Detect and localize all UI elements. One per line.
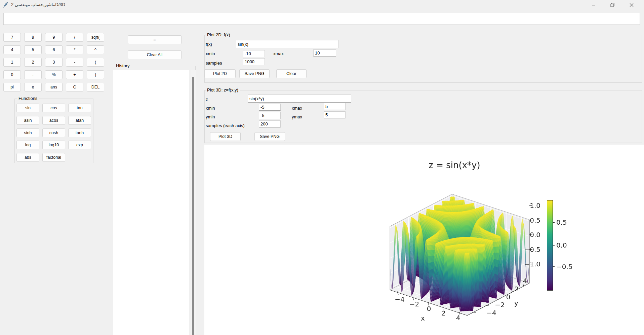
window-title: ماشین‌حساب مهندسی 2D/3D (11, 2, 65, 7)
colorbar-tick-label: 0.5 (556, 218, 576, 226)
y-axis-label: y (514, 299, 518, 307)
fn-key-sinh[interactable]: sinh (16, 128, 39, 137)
plot2d-samples-input[interactable] (243, 58, 265, 65)
plot2d-button-plot-2d[interactable]: Plot 2D (204, 69, 236, 78)
history-scrollbar-thumb[interactable] (192, 77, 194, 335)
calc-key-pi[interactable]: pi (3, 83, 21, 91)
z-input[interactable] (248, 95, 351, 103)
calc-key-2[interactable]: 2 (24, 58, 42, 67)
calc-key-C[interactable]: C (66, 83, 83, 91)
z-label: z= (206, 97, 210, 102)
calc-key--[interactable]: - (66, 58, 83, 67)
calc-key-8[interactable]: 8 (24, 33, 42, 42)
calc-key-3[interactable]: 3 (45, 58, 63, 67)
equals-button[interactable]: = (128, 35, 182, 44)
calc-key-7[interactable]: 7 (3, 33, 21, 42)
plot3d-ymin-label: ymin (206, 114, 215, 119)
fn-key-log[interactable]: log (16, 141, 39, 149)
plot3d-xmax-label: xmax (292, 106, 302, 111)
fn-key-cos[interactable]: cos (42, 104, 65, 112)
colorbar-tick (553, 266, 555, 267)
z-tick-label: −0.5 (520, 246, 540, 254)
fn-key-exp[interactable]: exp (68, 141, 91, 149)
functions-frame-label: Functions (17, 96, 39, 101)
plot2d-samples-label: samples (206, 61, 222, 66)
fn-key-cosh[interactable]: cosh (42, 128, 65, 137)
fn-key-tanh[interactable]: tanh (68, 128, 91, 137)
minimize-button[interactable] (586, 0, 601, 10)
plot3d-samples-input[interactable] (259, 120, 281, 127)
app-window: ماشین‌حساب مهندسی 2D/3D = Clear All Hist… (0, 0, 644, 335)
calc-key-^[interactable]: ^ (87, 45, 104, 54)
restore-icon (610, 3, 615, 7)
z-tick-label: 0.5 (520, 216, 540, 224)
clear-all-button[interactable]: Clear All (128, 50, 182, 59)
calc-key-4[interactable]: 4 (3, 45, 21, 54)
colorbar-tick (553, 245, 555, 246)
plot2d-xmax-input[interactable] (313, 49, 336, 57)
fn-key-tan[interactable]: tan (68, 104, 91, 112)
calc-key-1[interactable]: 1 (3, 58, 21, 67)
fn-key-acos[interactable]: acos (42, 116, 65, 125)
fn-key-factorial[interactable]: factorial (42, 153, 65, 162)
plot3d-button-plot-3d[interactable]: Plot 3D (210, 132, 241, 141)
history-frame-label: History (115, 63, 131, 68)
calc-key-6[interactable]: 6 (45, 45, 63, 54)
calc-key-+[interactable]: + (66, 70, 83, 79)
restore-button[interactable] (605, 0, 620, 10)
calc-key-5[interactable]: 5 (24, 45, 42, 54)
app-feather-icon (3, 2, 8, 8)
fn-key-atan[interactable]: atan (68, 116, 91, 125)
calc-key-DEL[interactable]: DEL (87, 83, 104, 91)
x-tick-label: 0 (427, 305, 431, 313)
calc-key-e[interactable]: e (24, 83, 42, 91)
history-listbox[interactable] (113, 70, 189, 335)
calc-key-.[interactable]: . (24, 70, 42, 79)
plot-title: z = sin(x*y) (429, 160, 480, 170)
calc-key-0[interactable]: 0 (3, 70, 21, 79)
y-tick-label: 4 (523, 277, 527, 285)
fn-key-asin[interactable]: asin (16, 116, 39, 125)
calc-key-%[interactable]: % (45, 70, 63, 79)
calc-key-([interactable]: ( (87, 58, 104, 67)
fn-key-sin[interactable]: sin (16, 104, 39, 112)
z-tick-label: 0.0 (520, 231, 540, 239)
calc-key-sqrt([interactable]: sqrt( (87, 33, 104, 42)
plot2d-button-clear[interactable]: Clear (276, 69, 307, 78)
x-axis-label: x (421, 314, 425, 322)
close-button[interactable] (624, 0, 639, 10)
fx-label: f(x)= (206, 42, 214, 47)
y-tick-label: −2 (495, 301, 505, 309)
minimize-icon (591, 3, 596, 7)
y-tick-label: 2 (515, 285, 519, 293)
fx-input[interactable] (236, 40, 338, 48)
plot2d-frame-label: Plot 2D: f(x) (206, 32, 232, 37)
plot2d-xmax-label: xmax (273, 51, 284, 56)
y-tick-label: 0 (506, 293, 511, 301)
calc-key-)[interactable]: ) (87, 70, 104, 79)
plot3d-frame-label: Plot 3D: z=f(x,y) (206, 87, 240, 92)
plot3d-ymax-input[interactable] (324, 111, 346, 118)
fn-key-abs[interactable]: abs (16, 153, 39, 162)
plot2d-xmin-input[interactable] (243, 50, 265, 57)
x-tick-label: 4 (456, 314, 460, 322)
plot3d-button-save-png[interactable]: Save PNG (254, 132, 285, 141)
plot-canvas-area (204, 145, 644, 335)
plot2d-button-save-png[interactable]: Save PNG (239, 69, 270, 78)
plot3d-ymin-input[interactable] (259, 112, 281, 119)
expression-input[interactable] (3, 13, 640, 25)
close-icon (629, 3, 634, 7)
calc-key-*[interactable]: * (66, 45, 83, 54)
fn-key-log10[interactable]: log10 (42, 141, 65, 149)
calc-key-ans[interactable]: ans (45, 83, 63, 91)
calc-key-9[interactable]: 9 (45, 33, 63, 42)
calc-key-/[interactable]: / (66, 33, 83, 42)
x-tick-label: −2 (409, 300, 419, 308)
plot3d-xmin-input[interactable] (259, 104, 281, 111)
plot3d-xmax-input[interactable] (324, 103, 346, 110)
plot3d-samples-label: samples (each axis) (206, 123, 245, 128)
colorbar-tick-label: −0.5 (556, 263, 576, 271)
z-tick-label: 1.0 (520, 201, 540, 210)
y-tick-label: −4 (486, 309, 496, 317)
surface-plot-canvas-3d (204, 145, 644, 335)
